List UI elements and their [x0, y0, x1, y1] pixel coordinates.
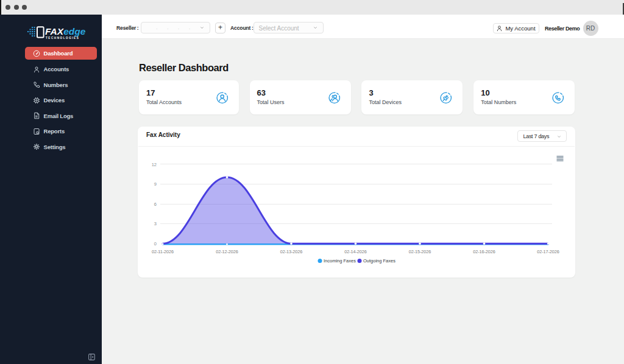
svg-text:Outgoing Faxes: Outgoing Faxes — [363, 258, 395, 264]
svg-text:0: 0 — [154, 241, 157, 247]
svg-text:02-11-2026: 02-11-2026 — [152, 249, 174, 254]
svg-text:02-14-2026: 02-14-2026 — [344, 249, 366, 254]
svg-text:TECHNOLOGIES: TECHNOLOGIES — [46, 37, 79, 40]
svg-text:02-13-2026: 02-13-2026 — [280, 249, 302, 254]
svg-text:6: 6 — [154, 201, 157, 207]
svg-text:02-17-2026: 02-17-2026 — [537, 249, 559, 254]
svg-text:FAXedge: FAXedge — [45, 26, 86, 37]
svg-text:02-15-2026: 02-15-2026 — [409, 249, 431, 254]
svg-text:Incoming Faxes: Incoming Faxes — [324, 258, 356, 264]
svg-text:12: 12 — [152, 162, 157, 167]
svg-text:02-16-2026: 02-16-2026 — [473, 249, 495, 254]
svg-text:9: 9 — [154, 181, 157, 187]
svg-text:3: 3 — [154, 221, 157, 226]
svg-text:02-12-2026: 02-12-2026 — [216, 249, 238, 254]
